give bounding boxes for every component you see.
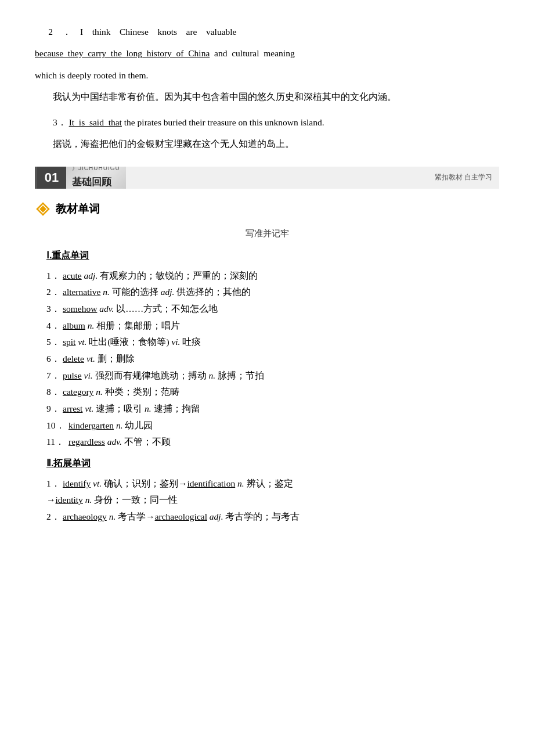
- vocab-item-8: 8．category n. 种类；类别；范畴: [46, 384, 499, 401]
- subsection1-title: Ⅰ.重点单词: [46, 247, 499, 264]
- vocab-items-section2: 1．identify vt. 确认；识别；鉴别→identification n…: [35, 476, 499, 525]
- vocab-item-7: 7．pulse vi. 强烈而有规律地跳动；搏动 n. 脉搏；节拍: [46, 368, 499, 384]
- vocab-item-5: 5．spit vt. 吐出(唾液；食物等) vi. 吐痰: [46, 334, 499, 351]
- vocab-item-ext-1: 1．identify vt. 确认；识别；鉴别→identification n…: [46, 476, 499, 492]
- sentence-2-chinese: 我认为中国结非常有价值。因为其中包含着中国的悠久历史和深植其中的文化内涵。: [35, 88, 499, 105]
- vocab-item-ext-2: 2．archaeology n. 考古学→archaeological adj.…: [46, 509, 499, 525]
- section-header-bar: 01 》JICHUHUIGU 基础回顾 紧扣教材 自主学习: [35, 167, 499, 189]
- section-badge: 》JICHUHUIGU 基础回顾: [66, 167, 126, 189]
- sentence-3: 3． It_is_said_that the pirates buried th…: [35, 114, 499, 131]
- vocab-item-10: 10．kindergarten n. 幼儿园: [46, 417, 499, 434]
- vocab-item-9: 9．arrest vt. 逮捕；吸引 n. 逮捕；拘留: [46, 401, 499, 417]
- sentence-2-underline: because_they_carry_the_long_history_of_C…: [35, 48, 210, 58]
- section-number: 01: [37, 167, 66, 189]
- chinese-word: Chinese: [120, 27, 149, 37]
- vocab-title: 教材单词: [56, 199, 100, 219]
- sentences-section: 2 ． I think Chinese knots are valuable b…: [35, 23, 499, 153]
- sentence-2-line2: because_they_carry_the_long_history_of_C…: [35, 45, 499, 62]
- vocab-item-6: 6．delete vt. 删；删除: [46, 351, 499, 368]
- vocab-item-3: 3．somehow adv. 以……方式；不知怎么地: [46, 301, 499, 318]
- vocab-item-ext-1-line2: →identity n. 身份；一致；同一性: [46, 492, 499, 509]
- vocab-center-label: 写准并记牢: [35, 226, 499, 242]
- vocab-section-title-row: 教材单词: [35, 199, 499, 219]
- section-right-label: 紧扣教材 自主学习: [435, 171, 499, 184]
- sentence-3-chinese: 据说，海盗把他们的金银财宝埋藏在这个无人知道的岛上。: [35, 135, 499, 152]
- sentence-2-line3: which is deeply rooted in them.: [35, 67, 499, 84]
- vocab-items-section1: 1．acute adj. 有观察力的；敏锐的；严重的；深刻的 2．alterna…: [35, 268, 499, 451]
- sentence-2: 2 ． I think Chinese knots are valuable: [35, 23, 499, 40]
- vocab-item-2: 2．alternative n. 可能的选择 adj. 供选择的；其他的: [46, 284, 499, 301]
- section-divider: 01 》JICHUHUIGU 基础回顾 紧扣教材 自主学习: [35, 167, 499, 189]
- vocab-item-1: 1．acute adj. 有观察力的；敏锐的；严重的；深刻的: [46, 268, 499, 285]
- sentence-2-number: 2: [35, 27, 53, 37]
- subsection2-title: Ⅱ.拓展单词: [46, 455, 499, 472]
- vocab-item-11: 11．regardless adv. 不管；不顾: [46, 434, 499, 451]
- vocab-icon: [35, 201, 51, 217]
- vocab-item-4: 4．album n. 相册；集邮册；唱片: [46, 318, 499, 334]
- sentence-3-underline: It_is_said_that: [69, 117, 122, 127]
